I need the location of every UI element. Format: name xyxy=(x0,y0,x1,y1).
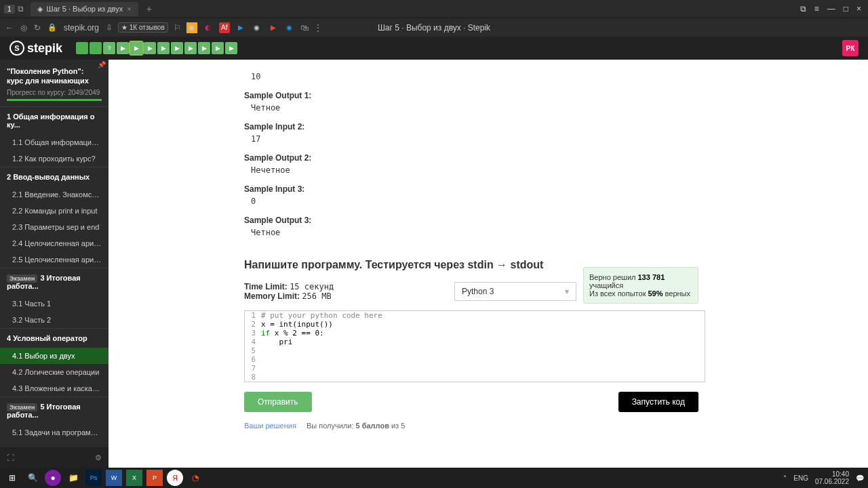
reload-icon[interactable]: ↻ xyxy=(34,23,41,33)
section-header[interactable]: Экзамен5 Итоговая работа... xyxy=(0,396,108,424)
tray-lang[interactable]: ENG xyxy=(793,474,808,482)
pin-icon[interactable]: 📌 xyxy=(98,61,106,68)
avatar[interactable]: РК xyxy=(842,40,859,56)
fullscreen-icon[interactable]: ⛶ xyxy=(7,453,14,462)
picture-in-picture-icon[interactable]: ⧉ xyxy=(800,4,806,14)
back-icon[interactable]: ← xyxy=(5,23,14,33)
step-4[interactable]: ▶ xyxy=(117,42,129,54)
step-12[interactable]: ▶ xyxy=(225,42,237,54)
new-tab-icon[interactable]: + xyxy=(146,3,152,14)
titlebar: 1 ⧉ ◈ Шаг 5 · Выбор из двух × + ⧉ ≡ — □ … xyxy=(0,0,868,18)
tray-time[interactable]: 10:40 xyxy=(815,470,849,478)
ext-icon-3[interactable]: Af xyxy=(219,22,230,33)
app-icon-2[interactable]: ◔ xyxy=(187,470,203,486)
content: 10Sample Output 1:ЧетноеSample Input 2:1… xyxy=(108,60,868,468)
ext-icon-4[interactable]: ▶ xyxy=(235,22,246,33)
tray-chevron-icon[interactable]: ˄ xyxy=(783,474,787,482)
section-header[interactable]: 1 Общая информация о ку... xyxy=(0,106,108,134)
cart-icon[interactable]: 🛍 xyxy=(300,23,309,33)
logo-text: stepik xyxy=(27,41,62,56)
ext-icon-7[interactable]: ◉ xyxy=(284,22,295,33)
menu-icon[interactable]: ≡ xyxy=(814,4,819,14)
lesson-item[interactable]: 4.3 Вложенные и каскадн... xyxy=(0,380,108,396)
sample-value: Четное xyxy=(244,226,705,239)
run-button[interactable]: Запустить код xyxy=(618,392,698,412)
sample-label: Sample Output 2: xyxy=(244,153,705,163)
close-tab-icon[interactable]: × xyxy=(127,5,131,13)
tab-title: Шаг 5 · Выбор из двух xyxy=(47,5,123,13)
lesson-item[interactable]: 5.1 Задачи на программир... xyxy=(0,424,108,441)
app-icon-1[interactable]: ● xyxy=(45,470,61,486)
lesson-item[interactable]: 2.5 Целочисленная арифм... xyxy=(0,251,108,268)
lesson-item[interactable]: 4.2 Логические операции xyxy=(0,364,108,380)
step-9[interactable]: ▶ xyxy=(184,42,197,54)
download-icon[interactable]: ⇩ xyxy=(106,23,113,33)
ext-icon-6[interactable]: ▶ xyxy=(268,22,279,33)
sample-label: Sample Input 3: xyxy=(244,184,705,194)
minimize-icon[interactable]: — xyxy=(827,4,835,14)
sidebar-bottom: ⛶ ⚙ xyxy=(0,447,108,468)
sample-value: 0 xyxy=(244,195,705,207)
shield-icon[interactable]: ◎ xyxy=(20,23,27,33)
logo[interactable]: S stepik xyxy=(9,41,62,56)
lesson-item[interactable]: 2.2 Команды print и input xyxy=(0,203,108,219)
section-header[interactable]: Экзамен3 Итоговая работа... xyxy=(0,268,108,296)
lesson-item[interactable]: 2.3 Параметры sep и end xyxy=(0,219,108,235)
step-5[interactable]: ▶ xyxy=(130,42,142,54)
addressbar: ← ◎ ↻ 🔒 stepik.org Шаг 5 · Выбор из двух… xyxy=(0,18,868,37)
photoshop-icon[interactable]: Ps xyxy=(85,470,102,486)
solutions-link[interactable]: Ваши решения xyxy=(244,422,296,430)
tab-count: 1 xyxy=(4,5,15,14)
sample-label: Sample Output 3: xyxy=(244,216,705,225)
word-icon[interactable]: W xyxy=(106,470,122,486)
code-editor[interactable]: 1# put your python code here2x = int(inp… xyxy=(244,310,705,382)
lesson-item[interactable]: 1.2 Как проходить курс? xyxy=(0,150,108,167)
app-header: S stepik ?▶▶▶▶▶▶▶▶▶ РК xyxy=(0,37,868,60)
start-icon[interactable]: ⊞ xyxy=(4,470,20,486)
maximize-icon[interactable]: □ xyxy=(844,4,848,14)
lesson-item[interactable]: 3.2 Часть 2 xyxy=(0,312,108,328)
lesson-item[interactable]: 2.4 Целочисленная арифм... xyxy=(0,235,108,251)
explorer-icon[interactable]: 📁 xyxy=(65,470,81,486)
step-1[interactable] xyxy=(76,42,88,54)
lesson-item[interactable]: 2.1 Введение. Знакомство ... xyxy=(0,186,108,203)
yandex-icon[interactable]: Я xyxy=(167,470,183,486)
submit-button[interactable]: Отправить xyxy=(244,392,312,412)
bookmark-icon[interactable]: ⚐ xyxy=(174,23,181,33)
section-header[interactable]: 4 Условный оператор xyxy=(0,328,108,348)
sample-value: 17 xyxy=(244,133,705,145)
taskbar: ⊞ 🔍 ● 📁 Ps W X P Я ◔ ˄ ENG 10:40 07.06.2… xyxy=(0,468,868,488)
more-icon[interactable]: ⋮ xyxy=(314,23,322,33)
lesson-item[interactable]: 4.1 Выбор из двух xyxy=(0,348,108,364)
url-text[interactable]: stepik.org xyxy=(64,23,99,33)
powerpoint-icon[interactable]: P xyxy=(146,470,163,486)
lesson-item[interactable]: 3.1 Часть 1 xyxy=(0,296,108,312)
step-8[interactable]: ▶ xyxy=(171,42,183,54)
ext-icon-2[interactable]: ◐ xyxy=(203,22,214,33)
step-2[interactable] xyxy=(90,42,102,54)
settings-icon[interactable]: ⚙ xyxy=(95,453,102,462)
lesson-item[interactable]: 1.1 Общая информация о ... xyxy=(0,134,108,150)
sample-label: Sample Input 2: xyxy=(244,122,705,131)
browser-tab[interactable]: ◈ Шаг 5 · Выбор из двух × xyxy=(31,2,138,16)
notifications-icon[interactable]: 💬 xyxy=(856,474,864,482)
logo-icon: S xyxy=(9,41,24,56)
step-7[interactable]: ▶ xyxy=(157,42,170,54)
step-6[interactable]: ▶ xyxy=(144,42,156,54)
reviews-badge[interactable]: ★ 1К отзывов xyxy=(118,22,168,33)
progress-bar xyxy=(7,99,102,101)
close-window-icon[interactable]: × xyxy=(856,4,861,14)
language-select[interactable]: Python 3 ▾ xyxy=(454,282,576,301)
step-11[interactable]: ▶ xyxy=(212,42,224,54)
sample-label: Sample Output 1: xyxy=(244,91,705,100)
excel-icon[interactable]: X xyxy=(126,470,142,486)
ext-icon-1[interactable]: ◉ xyxy=(186,22,197,33)
score-line: Ваши решения Вы получили: 5 баллов из 5 xyxy=(244,422,705,430)
tray-date[interactable]: 07.06.2022 xyxy=(815,478,849,485)
search-icon[interactable]: 🔍 xyxy=(24,470,41,486)
section-header[interactable]: 2 Ввод-вывод данных xyxy=(0,167,108,186)
ext-icon-5[interactable]: ◉ xyxy=(252,22,262,33)
step-3[interactable]: ? xyxy=(103,42,115,54)
tabs-overview-icon[interactable]: ⧉ xyxy=(18,4,24,14)
step-10[interactable]: ▶ xyxy=(198,42,210,54)
